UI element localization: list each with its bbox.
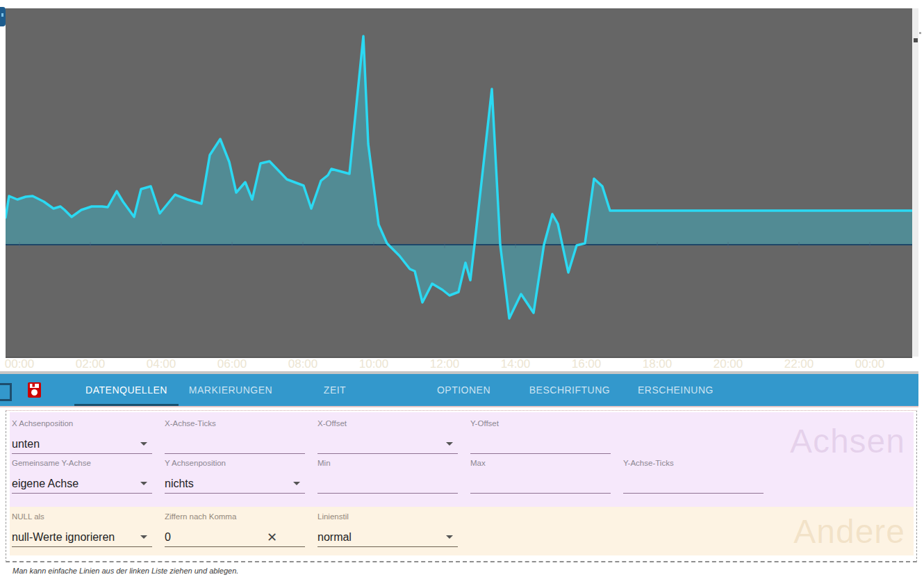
section-andere: NULL als null-Werte ignorieren Ziffern n… xyxy=(10,507,914,555)
chevron-down-icon xyxy=(446,442,453,446)
field-x-offset[interactable]: X-Offset xyxy=(317,419,458,454)
chevron-down-icon xyxy=(140,535,147,539)
toolbar-bottom-line xyxy=(0,406,918,407)
field-value: normal xyxy=(317,531,352,544)
resize-dot-icon xyxy=(919,32,921,34)
x-tick-label: 02:00 xyxy=(72,357,108,371)
field-x-achse-ticks[interactable]: X-Achse-Ticks xyxy=(165,419,305,454)
field-label: Y-Offset xyxy=(470,419,611,430)
field-ziffern-nach-komma[interactable]: Ziffern nach Komma 0 ✕ xyxy=(165,512,305,547)
field-label: X Achsenposition xyxy=(12,419,152,430)
field-min[interactable]: Min xyxy=(317,459,458,494)
field-value: unten xyxy=(12,438,40,450)
hint-text: Man kann einfache Linien aus der linken … xyxy=(13,567,238,575)
tab-markierungen[interactable]: MARKIERUNGEN xyxy=(179,374,283,404)
field-label: Max xyxy=(470,459,611,469)
save-button[interactable] xyxy=(28,382,41,398)
x-tick-label: 10:00 xyxy=(356,357,392,371)
select-checkbox[interactable] xyxy=(0,383,12,401)
x-tick-label: 16:00 xyxy=(568,357,604,371)
floppy-disk-icon xyxy=(28,382,41,398)
x-tick-label: 18:00 xyxy=(639,357,675,371)
chart-plot-area[interactable] xyxy=(6,8,912,358)
x-achse-ticks-input[interactable] xyxy=(165,434,305,454)
x-tick-label: 22:00 xyxy=(781,357,817,371)
gemeinsame-y-achse-select[interactable]: eigene Achse xyxy=(12,474,152,494)
x-tick-label: 12:00 xyxy=(427,357,463,371)
clear-icon[interactable]: ✕ xyxy=(267,531,277,544)
scrollbar-thumb[interactable] xyxy=(914,38,918,42)
chart-toolbar: DATENQUELLENMARKIERUNGENZEITOPTIONENBESC… xyxy=(0,374,918,406)
field-x-achsenposition[interactable]: X Achsenposition unten xyxy=(12,419,152,454)
x-axis-labels: 00:0002:0004:0006:0008:0010:0012:0014:00… xyxy=(0,357,924,371)
x-achsenposition-select[interactable]: unten xyxy=(12,434,152,454)
chevron-down-icon xyxy=(293,482,300,485)
field-value: null-Werte ignorieren xyxy=(12,531,115,544)
field-label: NULL als xyxy=(12,512,152,523)
chevron-down-icon xyxy=(140,442,147,446)
field-null-als[interactable]: NULL als null-Werte ignorieren xyxy=(12,512,152,547)
field-label: Gemeinsame Y-Achse xyxy=(12,459,152,469)
settings-panel: X Achsenposition unten X-Achse-Ticks X-O… xyxy=(6,410,917,562)
field-y-achsenposition[interactable]: Y Achsenposition nichts xyxy=(165,459,305,494)
ziffern-nach-komma-input[interactable]: 0 ✕ xyxy=(165,528,305,547)
chevron-down-icon xyxy=(446,535,453,539)
section-achsen: X Achsenposition unten X-Achse-Ticks X-O… xyxy=(10,412,914,507)
field-value: eigene Achse xyxy=(12,478,79,490)
x-tick-label: 04:00 xyxy=(143,357,179,371)
field-y-achse-ticks[interactable]: Y-Achse-Ticks xyxy=(623,459,764,494)
x-tick-label: 06:00 xyxy=(214,357,250,371)
field-label: Y-Achse-Ticks xyxy=(623,459,764,469)
y-achse-ticks-input[interactable] xyxy=(623,474,764,494)
chevron-down-icon xyxy=(140,482,147,485)
x-tick-label: 08:00 xyxy=(285,357,321,371)
min-input[interactable] xyxy=(317,474,458,494)
x-tick-label: 20:00 xyxy=(710,357,746,371)
field-max[interactable]: Max xyxy=(470,459,611,494)
field-value: 0 xyxy=(165,531,171,544)
max-input[interactable] xyxy=(470,474,611,494)
form-row-3: NULL als null-Werte ignorieren Ziffern n… xyxy=(12,512,914,547)
y-offset-input[interactable] xyxy=(470,434,611,454)
field-label: Min xyxy=(317,459,458,469)
form-row-2: Gemeinsame Y-Achse eigene Achse Y Achsen… xyxy=(12,459,914,494)
field-value: nichts xyxy=(165,478,194,490)
null-als-select[interactable]: null-Werte ignorieren xyxy=(12,528,152,547)
y-achsenposition-select[interactable]: nichts xyxy=(165,474,305,494)
form-row-1: X Achsenposition unten X-Achse-Ticks X-O… xyxy=(12,419,914,454)
field-label: X-Achse-Ticks xyxy=(165,419,305,430)
panel-drag-handle[interactable] xyxy=(0,7,6,26)
field-gemeinsame-y-achse[interactable]: Gemeinsame Y-Achse eigene Achse xyxy=(12,459,152,494)
field-label: Y Achsenposition xyxy=(165,459,305,469)
field-label: X-Offset xyxy=(317,419,458,430)
tab-beschriftung[interactable]: BESCHRIFTUNG xyxy=(518,374,622,404)
linienstil-select[interactable]: normal xyxy=(317,528,458,547)
field-y-offset[interactable]: Y-Offset xyxy=(470,419,611,454)
x-tick-label: 14:00 xyxy=(497,357,534,371)
x-tick-label: 00:00 xyxy=(1,357,38,371)
field-label: Linienstil xyxy=(317,512,458,523)
tab-datenquellen[interactable]: DATENQUELLEN xyxy=(74,374,179,404)
field-label: Ziffern nach Komma xyxy=(165,512,305,523)
handle-notch-icon xyxy=(1,13,3,17)
tab-zeit[interactable]: ZEIT xyxy=(283,374,387,404)
field-linienstil[interactable]: Linienstil normal xyxy=(317,512,458,547)
tab-optionen[interactable]: OPTIONEN xyxy=(410,374,518,404)
tab-erscheinung[interactable]: ERSCHEINUNG xyxy=(622,374,729,404)
scrollbar-track xyxy=(912,8,918,357)
series-area-fill xyxy=(6,36,912,318)
x-tick-label: 00:00 xyxy=(852,357,888,371)
x-offset-select[interactable] xyxy=(317,434,458,454)
